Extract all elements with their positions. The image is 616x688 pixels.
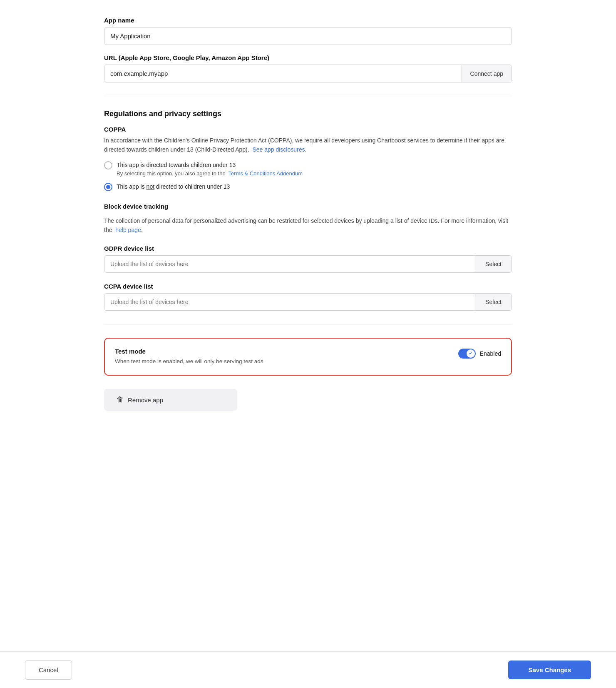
coppa-radio-group: This app is directed towards children un… bbox=[104, 161, 512, 191]
terms-conditions-link[interactable]: Terms & Conditions Addendum bbox=[229, 170, 303, 177]
coppa-radio-directed-label-block: This app is directed towards children un… bbox=[117, 161, 303, 177]
coppa-radio-directed-label: This app is directed towards children un… bbox=[117, 161, 303, 170]
toggle-check-icon: ✓ bbox=[469, 351, 472, 356]
test-mode-title: Test mode bbox=[115, 348, 458, 355]
coppa-description: In accordance with the Children's Online… bbox=[104, 136, 512, 154]
coppa-radio-not-directed-circle[interactable] bbox=[104, 183, 112, 191]
block-device-title: Block device tracking bbox=[104, 203, 512, 210]
url-label: URL (Apple App Store, Google Play, Amazo… bbox=[104, 54, 512, 61]
test-mode-toggle[interactable]: ✓ bbox=[458, 349, 476, 359]
gdpr-input-row: Select bbox=[104, 255, 512, 273]
coppa-radio-not-directed-dot bbox=[106, 185, 110, 189]
app-name-label: App name bbox=[104, 17, 512, 24]
url-row: Connect app bbox=[104, 65, 512, 82]
test-mode-description: When test mode is enabled, we will only … bbox=[115, 357, 281, 366]
trash-icon: 🗑 bbox=[117, 396, 124, 404]
regulations-section-title: Regulations and privacy settings bbox=[104, 110, 512, 118]
coppa-title: COPPA bbox=[104, 126, 512, 133]
test-mode-right: ✓ Enabled bbox=[458, 349, 501, 359]
connect-app-button[interactable]: Connect app bbox=[462, 65, 512, 82]
help-page-link[interactable]: help page bbox=[115, 227, 141, 233]
ccpa-input-row: Select bbox=[104, 293, 512, 311]
test-mode-enabled-label: Enabled bbox=[480, 350, 501, 357]
ccpa-label: CCPA device list bbox=[104, 283, 512, 290]
see-app-disclosures-link[interactable]: See app disclosures bbox=[252, 146, 305, 153]
footer-bar: Cancel Save Changes bbox=[0, 651, 616, 688]
remove-app-button[interactable]: 🗑 Remove app bbox=[104, 389, 237, 411]
test-mode-left: Test mode When test mode is enabled, we … bbox=[115, 348, 458, 366]
block-device-description: The collection of personal data for pers… bbox=[104, 217, 512, 234]
coppa-not-text: not bbox=[147, 183, 154, 190]
coppa-radio-item-not-directed[interactable]: This app is not directed to children und… bbox=[104, 182, 512, 191]
app-name-input[interactable] bbox=[104, 27, 512, 45]
remove-app-label: Remove app bbox=[128, 396, 163, 404]
gdpr-select-button[interactable]: Select bbox=[475, 256, 512, 272]
section-divider-2 bbox=[104, 324, 512, 324]
section-divider-1 bbox=[104, 96, 512, 96]
save-changes-button[interactable]: Save Changes bbox=[508, 661, 591, 679]
cancel-button[interactable]: Cancel bbox=[25, 660, 72, 680]
url-input[interactable] bbox=[104, 65, 462, 82]
ccpa-input[interactable] bbox=[104, 294, 475, 310]
ccpa-select-button[interactable]: Select bbox=[475, 294, 512, 310]
gdpr-label: GDPR device list bbox=[104, 245, 512, 252]
coppa-radio-not-directed-label: This app is not directed to children und… bbox=[117, 182, 230, 191]
coppa-radio-item-directed[interactable]: This app is directed towards children un… bbox=[104, 161, 512, 177]
gdpr-input[interactable] bbox=[104, 256, 475, 272]
test-mode-box: Test mode When test mode is enabled, we … bbox=[104, 338, 512, 376]
coppa-radio-directed-circle[interactable] bbox=[104, 161, 112, 170]
toggle-knob: ✓ bbox=[467, 349, 475, 358]
coppa-radio-directed-sublabel: By selecting this option, you also agree… bbox=[117, 170, 303, 177]
